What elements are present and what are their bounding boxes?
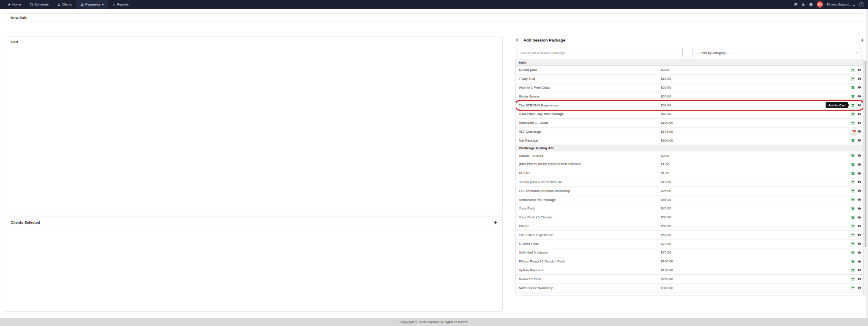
view-package-icon[interactable]	[857, 171, 861, 175]
view-package-icon[interactable]	[857, 259, 861, 263]
package-row[interactable]: Pilates Pump 10 Session Pack $100.00	[516, 257, 863, 266]
package-row[interactable]: 7 Day Trial $10.00	[516, 75, 863, 84]
package-row[interactable]: Walk In 1 Free Class $20.00	[516, 84, 863, 92]
view-package-icon[interactable]	[857, 112, 861, 116]
nav-item-schedule[interactable]: Schedule	[25, 0, 53, 9]
category-filter-select[interactable]: -- Filter by category --	[693, 48, 862, 57]
nav-item-reports[interactable]: Reports	[108, 0, 133, 9]
package-row[interactable]: Single Sauna $20.00	[516, 92, 863, 101]
clock-icon[interactable]	[809, 3, 813, 6]
package-row[interactable]: Casual - Shared $0.00	[516, 151, 863, 160]
add-to-cart-icon[interactable]	[851, 112, 855, 116]
view-package-icon[interactable]	[857, 224, 861, 228]
view-package-icon[interactable]	[857, 180, 861, 184]
add-package-button[interactable]: +	[860, 37, 864, 43]
add-to-cart-icon[interactable]	[851, 251, 855, 255]
view-package-icon[interactable]	[857, 121, 861, 125]
nav-item-home[interactable]: Home	[3, 0, 25, 9]
add-to-cart-icon[interactable]	[851, 85, 855, 89]
view-package-icon[interactable]	[857, 251, 861, 254]
view-package-icon[interactable]	[857, 268, 861, 272]
package-row[interactable]: Nat's Auto Pay $700.00	[516, 293, 863, 295]
package-row[interactable]: Gold Pack | Jay Test Package $50.00	[516, 110, 863, 119]
add-to-cart-icon[interactable]	[851, 277, 855, 281]
chat-icon[interactable]	[794, 3, 798, 6]
help-icon[interactable]: ?	[859, 2, 864, 7]
nav-item-clients[interactable]: Clients	[53, 0, 76, 9]
add-to-cart-icon[interactable]	[851, 242, 855, 246]
package-row[interactable]: 5 Class Pass $70.00	[516, 240, 863, 248]
package-search-input[interactable]	[517, 48, 683, 57]
back-button[interactable]	[515, 38, 519, 42]
view-package-icon[interactable]	[857, 154, 861, 158]
add-to-cart-icon[interactable]	[851, 206, 855, 211]
package-row[interactable]: Restricted 1 - Chad $100.00	[516, 119, 863, 128]
view-package-icon[interactable]	[857, 198, 861, 202]
package-group-header: Intro	[516, 59, 863, 66]
package-row[interactable]: Nat's Dance Workshop $300.00	[516, 284, 863, 293]
view-package-icon[interactable]	[857, 103, 861, 107]
bell-icon[interactable]	[801, 3, 805, 6]
add-to-cart-icon[interactable]	[850, 128, 857, 135]
view-package-icon[interactable]	[857, 162, 861, 166]
calendar-icon	[30, 3, 33, 6]
package-row[interactable]: Private $50.00	[516, 222, 863, 231]
view-package-icon[interactable]	[857, 286, 861, 290]
view-package-icon[interactable]	[857, 242, 861, 246]
add-to-cart-icon[interactable]	[851, 180, 855, 184]
add-to-cart-icon[interactable]	[851, 171, 855, 176]
add-to-cart-icon[interactable]	[851, 77, 855, 81]
package-row[interactable]: (FREEDEC) FREE DECEMBER PROMO $1.00	[516, 160, 863, 169]
package-row[interactable]: Demo 10 Pack $200.00	[516, 275, 863, 284]
add-to-cart-icon[interactable]	[851, 121, 855, 125]
view-package-icon[interactable]	[857, 215, 861, 219]
package-row[interactable]: $0 test pack $0.00	[516, 66, 863, 75]
caret-down-icon	[102, 3, 104, 6]
nav-item-payments[interactable]: Payments	[76, 0, 108, 9]
view-package-icon[interactable]	[857, 206, 861, 210]
add-to-cart-icon[interactable]	[851, 295, 855, 295]
package-row[interactable]: 30 day pack > set to first use $10.00	[516, 178, 863, 187]
view-package-icon[interactable]	[857, 139, 861, 142]
add-to-cart-icon[interactable]	[851, 259, 855, 264]
add-to-cart-icon[interactable]	[851, 153, 855, 158]
view-package-icon[interactable]	[857, 68, 861, 72]
package-row[interactable]: #1 Intro $1.00	[516, 169, 863, 178]
view-package-icon[interactable]	[857, 189, 861, 193]
page-scrollbar[interactable]	[866, 9, 868, 318]
view-package-icon[interactable]	[857, 95, 861, 98]
package-row[interactable]: Unlimited 5 classes $75.00	[516, 248, 863, 257]
view-package-icon[interactable]	[857, 86, 861, 89]
package-name: Yoga Pack | 5 Classes	[519, 215, 553, 219]
view-package-icon[interactable]	[857, 277, 861, 281]
add-to-cart-icon[interactable]	[851, 198, 855, 202]
view-package-icon[interactable]	[857, 130, 861, 134]
add-to-cart-icon[interactable]	[851, 68, 855, 72]
package-row[interactable]: Nat Package $300.00	[516, 136, 863, 145]
add-to-cart-icon[interactable]	[851, 189, 855, 193]
add-to-cart-icon[interactable]	[851, 215, 855, 220]
package-row[interactable]: Upfron Payment $196.00	[516, 266, 863, 275]
view-package-icon[interactable]	[857, 77, 861, 81]
view-package-icon[interactable]	[857, 233, 861, 237]
package-price: $20.00	[661, 86, 671, 89]
package-row[interactable]: La Esmeralda Variation Workshop $25.00	[516, 187, 863, 195]
package-row[interactable]: Yoga Pack | 5 Classes $50.00	[516, 213, 863, 222]
package-row[interactable]: Restorative Yin Package $45.00	[516, 195, 863, 204]
add-to-cart-icon[interactable]	[851, 268, 855, 272]
add-to-cart-icon[interactable]	[851, 138, 855, 142]
add-to-cart-icon[interactable]	[851, 94, 855, 98]
view-package-icon[interactable]	[857, 295, 861, 295]
avatar[interactable]: Nm	[817, 1, 823, 8]
add-client-button[interactable]: +	[494, 220, 497, 225]
package-row[interactable]: The STRONG Experience $50.00 Add to Cart	[516, 101, 863, 110]
package-row[interactable]: Yoga Pack $45.00	[516, 204, 863, 213]
add-to-cart-icon[interactable]	[851, 224, 855, 228]
add-to-cart-icon[interactable]	[851, 233, 855, 237]
add-to-cart-icon[interactable]	[851, 286, 855, 290]
package-row[interactable]: The LONG Experience $50.00	[516, 231, 863, 240]
account-menu[interactable]: Fitness Support...	[827, 1, 855, 8]
add-to-cart-icon[interactable]	[851, 103, 855, 107]
add-to-cart-icon[interactable]	[851, 162, 855, 167]
package-row[interactable]: ALT Challenge $149.00	[516, 128, 863, 137]
